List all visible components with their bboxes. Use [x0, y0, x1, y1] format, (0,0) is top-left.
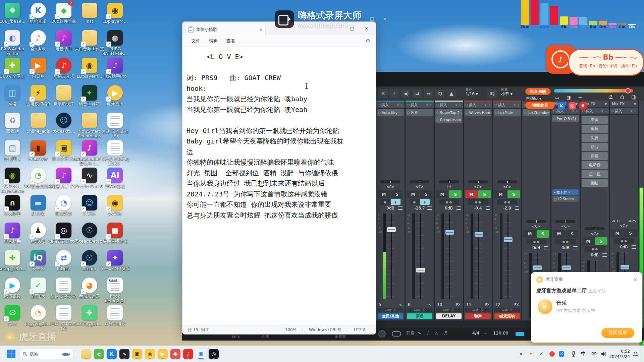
- wifi-icon[interactable]: [591, 352, 597, 356]
- channel-mode-toggle[interactable]: ● ●: [585, 246, 605, 252]
- volume-readout[interactable]: 0dB: [378, 206, 403, 211]
- channel-mode-toggle[interactable]: ● ●: [468, 199, 488, 205]
- insert-plugin[interactable]: ○SuperTap 2-.: [435, 109, 462, 116]
- clock[interactable]: 0:52 2024/7/24: [609, 349, 630, 359]
- tab-close-icon[interactable]: ×: [259, 27, 263, 32]
- desktop-icon[interactable]: ♪↗电音助手Pro: [100, 58, 130, 79]
- switch-player-button[interactable]: 切播放器: [525, 102, 555, 109]
- mute-button[interactable]: M: [553, 230, 565, 238]
- volume-readout[interactable]: -0.4: [465, 206, 491, 211]
- insert-header[interactable]: ○插入▾ +: [435, 102, 463, 109]
- channel-name[interactable]: 喊麦混响: [494, 313, 520, 319]
- channel-mode-toggle[interactable]: ● ●: [555, 239, 576, 244]
- mini-fader[interactable]: [380, 180, 400, 183]
- volume-readout[interactable]: 0dB: [582, 253, 607, 258]
- desktop-icon[interactable]: AI↗360AI办公: [100, 168, 130, 189]
- file-icon[interactable]: [631, 95, 636, 100]
- fader-handle[interactable]: [387, 227, 396, 232]
- channel-name[interactable]: DELAY: [436, 313, 462, 319]
- toolbar-icon[interactable]: ⇉: [413, 89, 422, 98]
- desktop-icon[interactable]: ◉↗VV语音: [100, 195, 130, 216]
- tray-bird-icon[interactable]: [549, 351, 555, 357]
- channel-name[interactable]: 和声: [465, 313, 491, 319]
- toolbar-icon[interactable]: ✕: [378, 89, 388, 98]
- mono-toggle[interactable]: ●: [380, 199, 390, 205]
- menu-edit[interactable]: 编辑: [205, 36, 221, 46]
- postfader-header[interactable]: ▾ 推子后 +: [552, 189, 579, 195]
- mute-button[interactable]: M: [611, 229, 624, 237]
- encoding[interactable]: UTF-8: [347, 327, 376, 332]
- automation-mode[interactable]: 自动: 关: [465, 308, 491, 312]
- toolbar-icon[interactable]: ♯: [390, 89, 399, 98]
- home-icon[interactable]: [620, 95, 625, 100]
- channel-fader[interactable]: 1050-5-10: [494, 212, 520, 302]
- channel-fader[interactable]: 1050-5-10: [465, 212, 491, 302]
- recorder-close-icon[interactable]: ×: [383, 16, 387, 22]
- desktop-icon[interactable]: 旋律小情歌: [100, 305, 130, 326]
- eol-format[interactable]: Windows (CRLF): [303, 327, 347, 332]
- desktop-icon[interactable]: WAVhook demo2(2): [100, 278, 130, 303]
- tray-chevron-icon[interactable]: ∧: [519, 351, 523, 356]
- pan-control[interactable]: L4: [436, 185, 462, 190]
- netease-icon[interactable]: 6: [579, 102, 587, 110]
- pan-control[interactable]: <C>: [553, 224, 578, 229]
- accept-order-button[interactable]: 立即接单: [601, 328, 634, 338]
- quantize-dropdown[interactable]: 1/16 ▾: [466, 92, 478, 96]
- ime-indicator[interactable]: 中: [581, 351, 586, 357]
- mixer-channel[interactable]: ○插入▾ +○Auto-Key<C>MS●◗0dB1050-5-105∿自动: …: [376, 101, 405, 320]
- mini-fader[interactable]: [410, 180, 430, 183]
- mute-button[interactable]: M: [436, 190, 448, 198]
- taskbar-app-studio-one[interactable]: ∿: [119, 348, 130, 360]
- desktop-icon[interactable]: 《迷恋 Prod by 1URI》: [100, 140, 130, 166]
- taskbar-app-notepad[interactable]: ≣: [195, 348, 207, 360]
- channel-name[interactable]: 原唱: [407, 313, 432, 319]
- solo-button[interactable]: S: [391, 190, 403, 198]
- taskbar-app-huya[interactable]: ▶: [157, 348, 168, 360]
- mini-fader[interactable]: [585, 227, 605, 230]
- volume-readout[interactable]: 0dB: [611, 245, 637, 250]
- menu-file[interactable]: 文件: [188, 36, 204, 46]
- insert-header[interactable]: ○插入▾ +: [376, 102, 405, 109]
- toolbar-icon[interactable]: ◄): [401, 89, 411, 98]
- insert-header[interactable]: ○插入▾ +: [464, 102, 492, 109]
- notepad-tab[interactable]: 旋律小情歌 ×: [185, 24, 266, 35]
- insert-plugin[interactable]: ○Waves Harm...: [465, 109, 491, 116]
- recorder-maximize-icon[interactable]: ❒: [370, 16, 374, 22]
- mini-fader[interactable]: [526, 220, 546, 223]
- channel-name[interactable]: 全民/其他: [378, 313, 403, 319]
- notification-bell-icon[interactable]: [633, 351, 638, 357]
- tempo-value[interactable]: 120.00: [493, 330, 508, 336]
- fader-handle[interactable]: [445, 230, 454, 235]
- automation-mode[interactable]: 自动: 关: [494, 308, 520, 312]
- toast-order-item[interactable]: ▶ 音乐 20 古风自带 的大神: [538, 299, 637, 314]
- insert-plugin[interactable]: ○闪避: [406, 109, 433, 116]
- fader-handle[interactable]: [621, 265, 629, 269]
- channel-mode-toggle[interactable]: ● ●: [526, 239, 546, 244]
- media-icon[interactable]: ▭: [555, 95, 559, 100]
- taskbar-app-kugou-music[interactable]: K: [106, 348, 117, 360]
- solo-button[interactable]: S: [595, 237, 607, 245]
- solo-button[interactable]: S: [624, 229, 637, 237]
- pan-control[interactable]: <C>: [582, 232, 607, 237]
- mute-button[interactable]: M: [494, 190, 507, 198]
- stereo-toggle[interactable]: ◗: [420, 199, 430, 205]
- adaptive-dropdown[interactable]: 自适应 ▾: [526, 96, 541, 102]
- desktop-icon[interactable]: ▶↗虎牙直播: [100, 85, 130, 106]
- time-signature[interactable]: 4/4: [472, 330, 479, 336]
- menu-view[interactable]: 查看: [223, 36, 239, 46]
- tray-ldplayer-icon[interactable]: ✦: [529, 351, 533, 356]
- loop-button[interactable]: [392, 331, 401, 337]
- music-app-icon[interactable]: ☺: [569, 102, 576, 110]
- pan-control[interactable]: <C>: [494, 185, 520, 190]
- fx-button[interactable]: 失真: [582, 134, 608, 142]
- automation-mode[interactable]: 自动: 关: [407, 308, 432, 312]
- tone-slider[interactable]: [554, 89, 633, 93]
- pan-control[interactable]: <C>: [465, 185, 491, 190]
- speaker-icon[interactable]: [601, 352, 607, 356]
- insert-header[interactable]: ○插入▾ +: [610, 108, 638, 115]
- notepad-editor[interactable]: <L O V E> 词: PRS9 曲: GOAT CREW hook: 当我见…: [182, 47, 376, 325]
- taskbar-app-file-explorer[interactable]: [80, 348, 92, 360]
- transport-icon[interactable]: ♪: [427, 330, 429, 336]
- desktop-icon[interactable]: ▦↗快手直播伴侣: [100, 223, 130, 244]
- pan-control[interactable]: <C>: [407, 185, 432, 190]
